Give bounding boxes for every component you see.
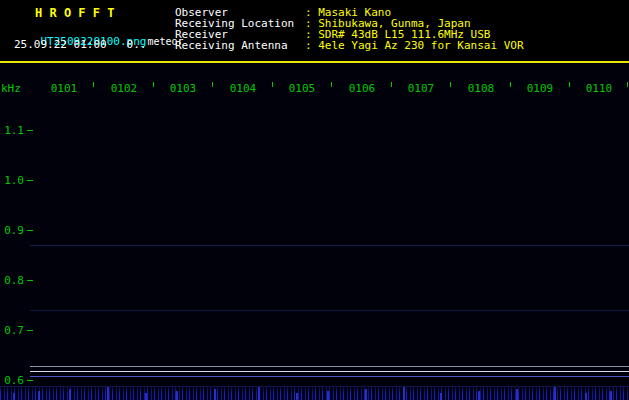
carrier-line [30,245,629,246]
signal-spike [440,393,442,400]
minute-tick [569,82,570,87]
signal-spike [296,393,298,400]
carrier-line [30,371,629,372]
info-label: Receiving Antenna [175,39,305,52]
carrier-line [30,366,629,367]
info-value: : 4ele Yagi Az 230 for Kansai VOR [305,39,524,52]
signal-spike [327,391,329,400]
time-tick-label: 0103 [153,82,213,95]
app-title: H R O F F T [35,6,114,20]
signal-spike [585,393,587,400]
carrier-line [30,310,629,311]
time-tick-label: 0105 [272,82,332,95]
time-tick-label: 0104 [213,82,273,95]
minute-tick [510,82,511,87]
minute-tick [272,82,273,87]
signal-spike [176,391,178,400]
hrofft-window: H R O F F T UT2509220100.pngmeteor 25.09… [0,0,629,400]
signal-spike [403,387,405,400]
freq-tick [27,230,33,231]
time-tick-label: 0110 [569,82,629,95]
signal-spike [258,387,260,400]
time-tick-label: 0106 [332,82,392,95]
minute-tick [212,82,213,87]
signal-spike [107,387,109,400]
signal-level-strip [0,386,629,400]
signal-spike [516,389,518,400]
freq-unit-label: kHz [1,82,21,95]
minute-tick [391,82,392,87]
minute-tick [331,82,332,87]
minute-tick [450,82,451,87]
freq-tick [27,330,33,331]
freq-tick-label: 0.7 [0,324,24,337]
freq-tick-label: 0.8 [0,274,24,287]
spectrogram-area [0,63,629,386]
signal-spike [145,393,147,400]
freq-tick-label: 0.9 [0,224,24,237]
minute-tick [153,82,154,87]
freq-tick [27,280,33,281]
time-tick-label: 0102 [94,82,154,95]
time-tick-label: 0101 [34,82,94,95]
time-tick-label: 0109 [510,82,570,95]
freq-tick [27,130,33,131]
info-row-antenna: Receiving Antenna: 4ele Yagi Az 230 for … [175,39,524,52]
carrier-line [30,376,629,377]
signal-spike [554,387,556,400]
signal-spike [610,391,612,400]
minute-tick [93,82,94,87]
freq-tick-label: 1.0 [0,174,24,187]
minute-tick [627,82,628,87]
signal-spike [478,391,480,400]
frame-timestamp: 25.09.22 01:00 0.. [14,38,146,51]
signal-spike [214,389,216,400]
signal-spike [13,393,15,400]
freq-tick-label: 1.1 [0,124,24,137]
signal-spike [69,389,71,400]
freq-tick [27,380,33,381]
signal-spike [38,391,40,400]
time-tick-label: 0107 [391,82,451,95]
signal-spike [365,389,367,400]
freq-tick [27,180,33,181]
time-tick-label: 0108 [451,82,511,95]
